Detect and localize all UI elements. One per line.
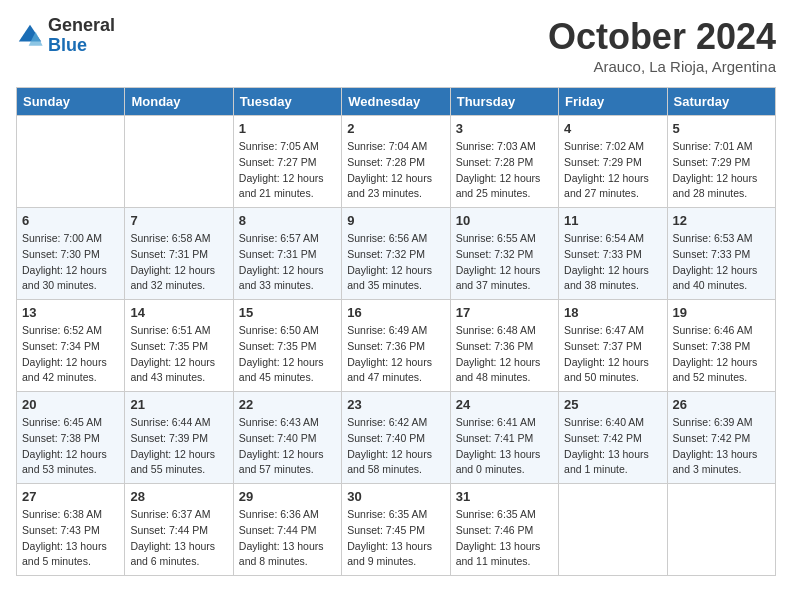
calendar-cell: 24Sunrise: 6:41 AMSunset: 7:41 PMDayligh… <box>450 392 558 484</box>
calendar-cell <box>17 116 125 208</box>
title-block: October 2024 Arauco, La Rioja, Argentina <box>548 16 776 75</box>
day-info: Sunrise: 7:05 AMSunset: 7:27 PMDaylight:… <box>239 139 336 202</box>
calendar-week-row: 1Sunrise: 7:05 AMSunset: 7:27 PMDaylight… <box>17 116 776 208</box>
logo-icon <box>16 22 44 50</box>
day-number: 17 <box>456 305 553 320</box>
logo-general: General <box>48 15 115 35</box>
day-number: 29 <box>239 489 336 504</box>
day-info: Sunrise: 6:35 AMSunset: 7:46 PMDaylight:… <box>456 507 553 570</box>
calendar-cell: 31Sunrise: 6:35 AMSunset: 7:46 PMDayligh… <box>450 484 558 576</box>
calendar-cell: 7Sunrise: 6:58 AMSunset: 7:31 PMDaylight… <box>125 208 233 300</box>
day-info: Sunrise: 6:41 AMSunset: 7:41 PMDaylight:… <box>456 415 553 478</box>
day-number: 14 <box>130 305 227 320</box>
day-number: 16 <box>347 305 444 320</box>
location-subtitle: Arauco, La Rioja, Argentina <box>548 58 776 75</box>
day-info: Sunrise: 6:45 AMSunset: 7:38 PMDaylight:… <box>22 415 119 478</box>
day-number: 11 <box>564 213 661 228</box>
logo: General Blue <box>16 16 115 56</box>
day-number: 21 <box>130 397 227 412</box>
day-number: 10 <box>456 213 553 228</box>
calendar-cell: 8Sunrise: 6:57 AMSunset: 7:31 PMDaylight… <box>233 208 341 300</box>
calendar-cell <box>667 484 775 576</box>
day-number: 31 <box>456 489 553 504</box>
month-title: October 2024 <box>548 16 776 58</box>
day-number: 19 <box>673 305 770 320</box>
day-number: 9 <box>347 213 444 228</box>
calendar-cell: 10Sunrise: 6:55 AMSunset: 7:32 PMDayligh… <box>450 208 558 300</box>
calendar-cell: 6Sunrise: 7:00 AMSunset: 7:30 PMDaylight… <box>17 208 125 300</box>
day-number: 1 <box>239 121 336 136</box>
calendar-cell: 28Sunrise: 6:37 AMSunset: 7:44 PMDayligh… <box>125 484 233 576</box>
calendar-cell: 20Sunrise: 6:45 AMSunset: 7:38 PMDayligh… <box>17 392 125 484</box>
day-info: Sunrise: 7:04 AMSunset: 7:28 PMDaylight:… <box>347 139 444 202</box>
calendar-cell: 12Sunrise: 6:53 AMSunset: 7:33 PMDayligh… <box>667 208 775 300</box>
day-number: 27 <box>22 489 119 504</box>
day-info: Sunrise: 6:54 AMSunset: 7:33 PMDaylight:… <box>564 231 661 294</box>
day-number: 15 <box>239 305 336 320</box>
calendar-cell: 2Sunrise: 7:04 AMSunset: 7:28 PMDaylight… <box>342 116 450 208</box>
calendar-cell: 22Sunrise: 6:43 AMSunset: 7:40 PMDayligh… <box>233 392 341 484</box>
day-number: 22 <box>239 397 336 412</box>
day-number: 24 <box>456 397 553 412</box>
day-number: 3 <box>456 121 553 136</box>
day-info: Sunrise: 6:39 AMSunset: 7:42 PMDaylight:… <box>673 415 770 478</box>
calendar-week-row: 20Sunrise: 6:45 AMSunset: 7:38 PMDayligh… <box>17 392 776 484</box>
calendar-cell: 21Sunrise: 6:44 AMSunset: 7:39 PMDayligh… <box>125 392 233 484</box>
calendar-cell: 23Sunrise: 6:42 AMSunset: 7:40 PMDayligh… <box>342 392 450 484</box>
calendar-cell: 25Sunrise: 6:40 AMSunset: 7:42 PMDayligh… <box>559 392 667 484</box>
page-header: General Blue October 2024 Arauco, La Rio… <box>16 16 776 75</box>
calendar-cell: 4Sunrise: 7:02 AMSunset: 7:29 PMDaylight… <box>559 116 667 208</box>
day-info: Sunrise: 7:02 AMSunset: 7:29 PMDaylight:… <box>564 139 661 202</box>
day-number: 12 <box>673 213 770 228</box>
day-info: Sunrise: 6:48 AMSunset: 7:36 PMDaylight:… <box>456 323 553 386</box>
calendar-cell: 3Sunrise: 7:03 AMSunset: 7:28 PMDaylight… <box>450 116 558 208</box>
day-info: Sunrise: 6:38 AMSunset: 7:43 PMDaylight:… <box>22 507 119 570</box>
calendar-table: SundayMondayTuesdayWednesdayThursdayFrid… <box>16 87 776 576</box>
day-number: 6 <box>22 213 119 228</box>
calendar-cell: 15Sunrise: 6:50 AMSunset: 7:35 PMDayligh… <box>233 300 341 392</box>
day-number: 8 <box>239 213 336 228</box>
day-number: 2 <box>347 121 444 136</box>
day-info: Sunrise: 6:57 AMSunset: 7:31 PMDaylight:… <box>239 231 336 294</box>
calendar-header-row: SundayMondayTuesdayWednesdayThursdayFrid… <box>17 88 776 116</box>
day-header-thursday: Thursday <box>450 88 558 116</box>
day-info: Sunrise: 6:46 AMSunset: 7:38 PMDaylight:… <box>673 323 770 386</box>
day-number: 28 <box>130 489 227 504</box>
day-header-saturday: Saturday <box>667 88 775 116</box>
day-info: Sunrise: 6:44 AMSunset: 7:39 PMDaylight:… <box>130 415 227 478</box>
day-info: Sunrise: 6:37 AMSunset: 7:44 PMDaylight:… <box>130 507 227 570</box>
calendar-cell: 17Sunrise: 6:48 AMSunset: 7:36 PMDayligh… <box>450 300 558 392</box>
calendar-week-row: 6Sunrise: 7:00 AMSunset: 7:30 PMDaylight… <box>17 208 776 300</box>
day-info: Sunrise: 6:53 AMSunset: 7:33 PMDaylight:… <box>673 231 770 294</box>
day-number: 5 <box>673 121 770 136</box>
calendar-cell: 29Sunrise: 6:36 AMSunset: 7:44 PMDayligh… <box>233 484 341 576</box>
calendar-cell: 9Sunrise: 6:56 AMSunset: 7:32 PMDaylight… <box>342 208 450 300</box>
calendar-cell: 14Sunrise: 6:51 AMSunset: 7:35 PMDayligh… <box>125 300 233 392</box>
day-info: Sunrise: 7:00 AMSunset: 7:30 PMDaylight:… <box>22 231 119 294</box>
day-number: 26 <box>673 397 770 412</box>
day-number: 30 <box>347 489 444 504</box>
day-number: 18 <box>564 305 661 320</box>
calendar-cell: 27Sunrise: 6:38 AMSunset: 7:43 PMDayligh… <box>17 484 125 576</box>
day-info: Sunrise: 6:47 AMSunset: 7:37 PMDaylight:… <box>564 323 661 386</box>
day-info: Sunrise: 6:55 AMSunset: 7:32 PMDaylight:… <box>456 231 553 294</box>
day-header-tuesday: Tuesday <box>233 88 341 116</box>
calendar-cell: 26Sunrise: 6:39 AMSunset: 7:42 PMDayligh… <box>667 392 775 484</box>
day-number: 23 <box>347 397 444 412</box>
day-info: Sunrise: 7:03 AMSunset: 7:28 PMDaylight:… <box>456 139 553 202</box>
day-number: 4 <box>564 121 661 136</box>
calendar-week-row: 13Sunrise: 6:52 AMSunset: 7:34 PMDayligh… <box>17 300 776 392</box>
day-number: 13 <box>22 305 119 320</box>
day-info: Sunrise: 6:49 AMSunset: 7:36 PMDaylight:… <box>347 323 444 386</box>
day-header-sunday: Sunday <box>17 88 125 116</box>
day-info: Sunrise: 6:35 AMSunset: 7:45 PMDaylight:… <box>347 507 444 570</box>
logo-blue: Blue <box>48 35 87 55</box>
calendar-cell: 11Sunrise: 6:54 AMSunset: 7:33 PMDayligh… <box>559 208 667 300</box>
calendar-cell: 1Sunrise: 7:05 AMSunset: 7:27 PMDaylight… <box>233 116 341 208</box>
day-info: Sunrise: 6:36 AMSunset: 7:44 PMDaylight:… <box>239 507 336 570</box>
day-number: 7 <box>130 213 227 228</box>
day-info: Sunrise: 6:58 AMSunset: 7:31 PMDaylight:… <box>130 231 227 294</box>
day-header-monday: Monday <box>125 88 233 116</box>
day-info: Sunrise: 7:01 AMSunset: 7:29 PMDaylight:… <box>673 139 770 202</box>
calendar-cell <box>125 116 233 208</box>
